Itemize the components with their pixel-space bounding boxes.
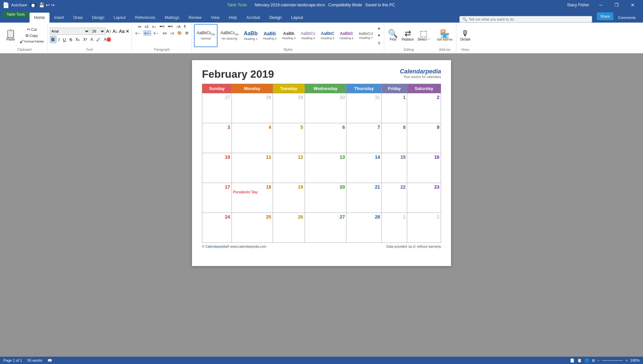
tab-view[interactable]: View xyxy=(206,13,224,23)
calendar-week-3: 1718Presidents' Day1920212223 xyxy=(202,183,441,213)
dictate-button[interactable]: 🎙 Dictate xyxy=(458,29,472,42)
calendar-cell-3-1: 18Presidents' Day xyxy=(231,183,273,213)
tab-design2[interactable]: Design xyxy=(265,13,286,23)
day-number: 12 xyxy=(274,154,303,160)
increase-indent-button[interactable]: ➡≡ xyxy=(166,24,174,29)
saved-status: Saved to this PC xyxy=(365,3,395,7)
highlight-button[interactable]: 🖊 xyxy=(95,37,102,43)
show-formatting-button[interactable]: ¶ xyxy=(183,24,187,29)
style-heading5[interactable]: AaBbC Heading 5 xyxy=(319,24,337,47)
footer-link[interactable]: Calendarpedia® xyxy=(205,245,229,248)
find-button[interactable]: 🔍 Find xyxy=(386,29,400,42)
font-family-select[interactable]: Arial xyxy=(50,28,90,35)
strikethrough-button[interactable]: S xyxy=(68,37,74,43)
zoom-level: 100% xyxy=(630,358,640,362)
day-number: 23 xyxy=(409,184,439,190)
style-heading4[interactable]: AaBbCc Heading 4 xyxy=(299,24,318,47)
tab-design[interactable]: Design xyxy=(87,13,109,23)
increase-font-icon[interactable]: A↑ xyxy=(106,29,112,34)
text-case-icon[interactable]: ✕ xyxy=(126,29,130,34)
style-normal[interactable]: AaBbCcDd Normal xyxy=(194,24,217,47)
view-print-icon[interactable]: 📋 xyxy=(577,358,582,363)
paste-button[interactable]: 📋 Paste xyxy=(3,29,18,42)
styles-expand[interactable]: ⊻ xyxy=(376,41,382,46)
minimize-button[interactable]: ─ xyxy=(593,0,608,10)
styles-scroll-up[interactable]: ▲ xyxy=(376,26,382,31)
bullets-button[interactable]: ≡• xyxy=(137,24,142,29)
style-heading7[interactable]: AaBbCcI Heading 7 xyxy=(356,24,375,47)
tab-references[interactable]: References xyxy=(130,13,160,23)
tab-insert[interactable]: Insert xyxy=(49,13,69,23)
font-color-button[interactable]: A🔴 xyxy=(102,37,113,43)
replace-button[interactable]: ⇄ Replace xyxy=(400,29,415,42)
italic-button[interactable]: I xyxy=(57,37,61,43)
restore-button[interactable]: ❐ xyxy=(609,0,624,10)
share-button[interactable]: Share xyxy=(597,12,613,20)
shading-button[interactable]: 🎨 xyxy=(176,30,183,36)
underline-button[interactable]: U xyxy=(61,37,67,43)
align-center-button[interactable]: ≡↔ xyxy=(143,30,151,36)
tab-mailings[interactable]: Mailings xyxy=(160,13,184,23)
get-addins-button[interactable]: 🏪 Get Add-ins xyxy=(435,29,454,42)
tab-help[interactable]: Help xyxy=(224,13,242,23)
close-button[interactable]: ✕ xyxy=(625,0,640,10)
zoom-out-icon[interactable]: − xyxy=(597,358,599,362)
align-right-button[interactable]: ≡→ xyxy=(152,30,160,36)
font-size-select[interactable]: 26 xyxy=(91,28,105,35)
decrease-indent-button[interactable]: ⬅≡ xyxy=(158,24,166,29)
bold-button[interactable]: B xyxy=(50,36,56,43)
tab-draw[interactable]: Draw xyxy=(69,13,87,23)
multilevel-button[interactable]: ≡↓ xyxy=(151,24,157,29)
tab-home[interactable]: Home xyxy=(30,13,49,23)
styles-scroll-down[interactable]: ▼ xyxy=(376,33,382,38)
calendar-cell-1-0: 3 xyxy=(202,123,232,153)
align-left-button[interactable]: ≡← xyxy=(134,30,142,36)
select-button[interactable]: ⬚ Select ~ xyxy=(416,29,431,42)
day-number: 4 xyxy=(233,125,271,130)
day-number: 19 xyxy=(274,184,303,190)
day-number: 16 xyxy=(409,154,439,160)
justify-button[interactable]: ≡≡ xyxy=(161,30,168,36)
style-heading2[interactable]: AaBb Heading 2 xyxy=(261,24,279,47)
tab-acrobat[interactable]: Acrobat xyxy=(242,13,265,23)
line-spacing-button[interactable]: ↕≡ xyxy=(169,30,175,36)
status-bar: Page 1 of 1 55 words 📖 📄 📋 🌐 ⊞ − ───────… xyxy=(0,357,643,364)
calendar-week-2: 10111213141516 xyxy=(202,153,441,183)
comments-button[interactable]: Comments xyxy=(613,13,640,23)
zoom-in-icon[interactable]: + xyxy=(625,358,627,362)
autosave-toggle[interactable]: ⬤ xyxy=(29,3,37,7)
proofing-icon[interactable]: 📖 xyxy=(47,358,52,363)
style-no-spacing[interactable]: AaBbCcDd No Spacing xyxy=(218,24,241,47)
subscript-button[interactable]: X₂ xyxy=(74,37,81,43)
text-color-button[interactable]: A xyxy=(89,37,94,43)
style-heading3[interactable]: AaBb Heading 3 xyxy=(280,24,298,47)
style-heading6[interactable]: AaBbC Heading 6 xyxy=(337,24,356,47)
sort-button[interactable]: ↕A xyxy=(175,24,182,29)
calendar-cell-2-6: 16 xyxy=(407,153,441,183)
calendar-cell-4-3: 27 xyxy=(305,213,346,243)
decrease-font-icon[interactable]: A↓ xyxy=(113,29,118,34)
calendar-cell-1-4: 7 xyxy=(346,123,382,153)
cut-button[interactable]: ✂ Cut xyxy=(18,27,46,32)
tab-layout2[interactable]: Layout xyxy=(286,13,308,23)
tab-review[interactable]: Review xyxy=(184,13,206,23)
zoom-slider[interactable]: ──────── xyxy=(602,358,623,362)
tab-layout[interactable]: Layout xyxy=(109,13,130,23)
day-number: 1 xyxy=(383,214,406,220)
search-bar[interactable]: 🔍 xyxy=(459,16,592,23)
search-input[interactable] xyxy=(469,17,528,21)
format-painter-button[interactable]: 🖌 Format Painter xyxy=(18,39,46,44)
addins-icon: 🏪 xyxy=(440,30,450,38)
col-friday: Friday xyxy=(382,84,407,93)
day-number: 8 xyxy=(383,125,406,130)
style-heading1[interactable]: AaBb Heading 1 xyxy=(241,24,260,47)
view-read-icon[interactable]: 📄 xyxy=(570,358,575,363)
focus-icon[interactable]: ⊞ xyxy=(592,358,595,363)
borders-button[interactable]: ⊞ xyxy=(184,30,190,36)
view-web-icon[interactable]: 🌐 xyxy=(585,358,589,363)
superscript-button[interactable]: X² xyxy=(82,37,88,43)
numbering-button[interactable]: ≡1 xyxy=(143,24,150,29)
copy-button[interactable]: ⧉ Copy xyxy=(18,33,46,38)
clear-format-icon[interactable]: Aa xyxy=(119,29,125,34)
calendar-cell-4-2: 26 xyxy=(273,213,305,243)
